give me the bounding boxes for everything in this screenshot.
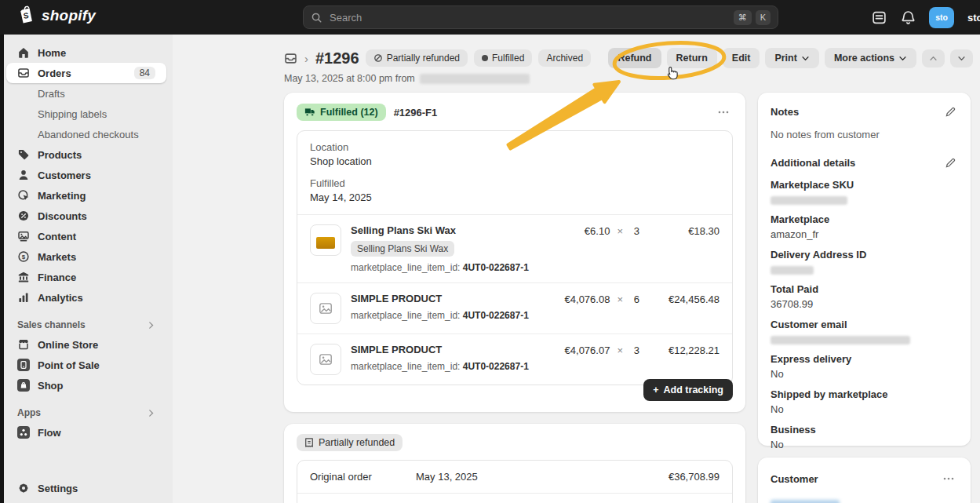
sidebar-item-abandoned-checkouts[interactable]: Abandoned checkouts	[6, 124, 166, 144]
meta-value: 4UT0-022687-1	[463, 262, 529, 273]
product-thumbnail	[310, 293, 341, 324]
quantity: 6	[630, 293, 639, 305]
sidebar-item-shipping-labels[interactable]: Shipping labels	[6, 104, 166, 124]
sidebar-item-markets[interactable]: $ Markets	[6, 246, 166, 267]
sidebar-item-home[interactable]: Home	[6, 42, 166, 63]
detail-field: Business No	[771, 424, 958, 450]
notifications-bell-icon[interactable]	[900, 9, 916, 25]
shopify-wordmark: shopify	[42, 7, 96, 24]
line-item-title[interactable]: SIMPLE PRODUCT	[351, 344, 544, 355]
image-placeholder-icon	[319, 301, 333, 315]
slash-circle-icon	[373, 53, 383, 63]
fulfillment-details-box: Location Shop location Fulfilled May 14,…	[297, 130, 733, 385]
edit-button[interactable]: Edit	[723, 48, 760, 68]
sidebar-item-online-store[interactable]: Online Store	[6, 334, 166, 355]
store-name[interactable]: store-	[967, 12, 980, 24]
redacted-value	[771, 266, 814, 275]
sidebar-item-label: Orders	[38, 67, 71, 79]
return-button[interactable]: Return	[667, 48, 717, 68]
wax-product-image	[316, 237, 335, 249]
chevron-down-icon	[898, 54, 907, 63]
topbar: S shopify ⌘ K sto store-	[0, 0, 980, 35]
sidebar-item-analytics[interactable]: Analytics	[6, 287, 166, 308]
refund-button[interactable]: Refund	[608, 48, 661, 68]
fulfilled-date: May 14, 2025	[310, 191, 720, 203]
shortcut-cmd-key: ⌘	[734, 10, 752, 25]
apps-section[interactable]: Apps	[17, 407, 155, 418]
store-avatar[interactable]: sto	[929, 7, 954, 28]
line-item-title[interactable]: SIMPLE PRODUCT	[351, 293, 544, 304]
line-item-title[interactable]: Selling Plans Ski Wax	[351, 224, 544, 236]
search-input[interactable]	[328, 11, 730, 24]
shop-icon	[17, 379, 30, 392]
fulfillment-card: Fulfilled (12) #1296-F1 Location Shop lo…	[284, 93, 745, 412]
product-thumbnail	[310, 224, 341, 256]
page-title: #1296	[315, 49, 359, 67]
sidebar-item-flow[interactable]: Flow	[6, 422, 166, 443]
global-search[interactable]: ⌘ K	[303, 5, 778, 29]
detail-field: Total Paid 36708.99	[771, 283, 958, 310]
previous-order-button[interactable]	[922, 49, 945, 67]
order-breadcrumb-icon[interactable]	[284, 52, 297, 65]
orders-icon	[17, 67, 30, 79]
line-item: SIMPLE PRODUCT marketplace_line_item_id:…	[297, 282, 732, 334]
status-badge-archived: Archived	[538, 49, 591, 67]
sidebar-item-content[interactable]: Content	[6, 226, 166, 246]
kebab-menu-icon	[717, 106, 730, 118]
truck-icon	[304, 108, 315, 117]
line-total: €18.30	[652, 225, 720, 237]
markets-icon: $	[17, 250, 30, 263]
variant-chip: Selling Plans Ski Wax	[351, 241, 454, 257]
meta-label: marketplace_line_item_id:	[351, 310, 460, 321]
fulfillment-id: #1296-F1	[394, 107, 438, 118]
next-order-button[interactable]	[950, 49, 973, 67]
sidebar-item-orders[interactable]: Orders 84	[6, 63, 166, 83]
sales-channels-section[interactable]: Sales channels	[17, 319, 155, 330]
sidebar-item-discounts[interactable]: Discounts	[6, 206, 166, 226]
status-badge-partially-refunded: Partially refunded	[366, 49, 468, 67]
person-icon	[17, 169, 30, 181]
edit-notes-button[interactable]	[943, 104, 958, 119]
chevron-down-icon	[957, 54, 966, 63]
sidebar-item-settings[interactable]: Settings	[6, 478, 166, 498]
quantity: 3	[630, 344, 639, 356]
sidebar-item-products[interactable]: Products	[6, 144, 166, 165]
print-button[interactable]: Print	[765, 48, 818, 68]
sidebar-item-finance[interactable]: Finance	[6, 267, 166, 287]
location-value: Shop location	[310, 155, 720, 167]
flow-icon	[17, 426, 30, 439]
customer-menu-button[interactable]	[939, 469, 958, 488]
redacted-value	[771, 196, 847, 205]
detail-field: Customer email	[771, 319, 958, 344]
bank-icon	[17, 271, 30, 283]
order-actions: Refund Return Edit Print More actions	[608, 48, 973, 68]
detail-field: Shipped by marketplace No	[771, 388, 958, 415]
bar-chart-icon	[17, 291, 30, 304]
sidebar-item-point-of-sale[interactable]: Point of Sale	[6, 355, 166, 375]
edit-details-button[interactable]	[943, 155, 958, 170]
refund-details-box: Original order May 13, 2025 €36,708.99	[297, 460, 733, 503]
redacted-customer-link[interactable]	[771, 500, 840, 503]
storefront-icon	[17, 338, 30, 351]
sidebar-item-customers[interactable]: Customers	[6, 165, 166, 185]
notes-title: Notes	[771, 106, 799, 118]
line-total: €12,228.21	[652, 344, 720, 356]
add-tracking-button[interactable]: + Add tracking	[643, 379, 733, 401]
filled-dot-icon	[482, 55, 488, 61]
chevron-right-icon	[147, 321, 155, 330]
quantity: 3	[630, 225, 639, 237]
order-page-header: › #1296 Partially refunded Fulfilled Arc…	[284, 48, 973, 84]
shopify-logo[interactable]: S shopify	[17, 5, 96, 26]
more-actions-button[interactable]: More actions	[825, 48, 916, 68]
sidebar-item-marketing[interactable]: Marketing	[6, 185, 166, 206]
fulfilled-status-badge: Fulfilled (12)	[297, 104, 386, 121]
unit-price: €4,076.08	[553, 293, 610, 305]
shopify-bag-icon: S	[17, 5, 36, 26]
sidebar-item-drafts[interactable]: Drafts	[6, 83, 166, 104]
sidebar-item-shop[interactable]: Shop	[6, 375, 166, 395]
pencil-icon	[945, 106, 956, 118]
fulfillment-menu-button[interactable]	[714, 103, 733, 122]
redacted-value	[771, 336, 910, 344]
detail-field: Delivery Address ID	[771, 249, 958, 275]
apps-icon[interactable]	[871, 9, 887, 25]
